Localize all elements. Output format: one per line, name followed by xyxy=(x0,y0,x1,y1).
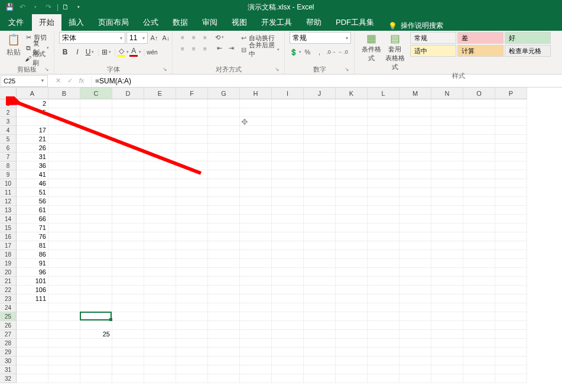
cell-A21[interactable]: 101 xyxy=(17,277,48,286)
cell-L7[interactable] xyxy=(368,153,399,161)
cell-F31[interactable] xyxy=(176,365,208,374)
cell-H31[interactable] xyxy=(240,365,272,374)
cell-A20[interactable]: 96 xyxy=(17,268,48,277)
cell-M15[interactable] xyxy=(399,223,431,232)
cell-B21[interactable] xyxy=(48,277,80,286)
style-check[interactable]: 检查单元格 xyxy=(505,45,551,57)
cell-B4[interactable] xyxy=(48,126,80,135)
undo-dd-icon[interactable]: ▾ xyxy=(30,1,41,13)
cell-E26[interactable] xyxy=(144,321,176,330)
cell-K22[interactable] xyxy=(336,286,368,294)
cell-B23[interactable] xyxy=(48,294,80,303)
cell-I27[interactable] xyxy=(272,330,304,339)
cell-A5[interactable]: 21 xyxy=(17,135,48,144)
row-headers[interactable]: 1234567891011121314151617181920212223242… xyxy=(0,99,17,383)
cell-N11[interactable] xyxy=(431,188,463,197)
cell-L14[interactable] xyxy=(368,215,399,223)
cell-G22[interactable] xyxy=(208,286,240,294)
cell-J22[interactable] xyxy=(304,286,336,294)
align-left-button[interactable]: ≡ xyxy=(177,43,188,54)
conditional-format-button[interactable]: ▦条件格式 xyxy=(359,32,383,63)
cell-C25[interactable]: 1288 xyxy=(80,312,112,321)
cell-E3[interactable] xyxy=(144,117,176,126)
row-header-28[interactable]: 28 xyxy=(0,339,17,348)
cell-M29[interactable] xyxy=(399,348,431,357)
cell-M28[interactable] xyxy=(399,339,431,348)
cell-I9[interactable] xyxy=(272,170,304,179)
fx-button[interactable]: fx xyxy=(76,77,87,85)
cell-B18[interactable] xyxy=(48,250,80,259)
cell-G26[interactable] xyxy=(208,321,240,330)
cell-J3[interactable] xyxy=(304,117,336,126)
cell-A17[interactable]: 81 xyxy=(17,241,48,250)
cell-G6[interactable] xyxy=(208,144,240,153)
cell-P19[interactable] xyxy=(495,259,527,268)
font-dlg-icon[interactable]: ↘ xyxy=(163,66,167,72)
cell-L24[interactable] xyxy=(368,303,399,312)
cell-O20[interactable] xyxy=(463,268,495,277)
increase-font-button[interactable]: A↑ xyxy=(149,33,160,43)
cell-D25[interactable] xyxy=(112,312,144,321)
cell-G20[interactable] xyxy=(208,268,240,277)
cell-D21[interactable] xyxy=(112,277,144,286)
cell-E27[interactable] xyxy=(144,330,176,339)
cell-I11[interactable] xyxy=(272,188,304,197)
cell-C5[interactable] xyxy=(80,135,112,144)
cell-E17[interactable] xyxy=(144,241,176,250)
cell-N2[interactable] xyxy=(431,108,463,117)
cell-H13[interactable] xyxy=(240,206,272,215)
cell-P27[interactable] xyxy=(495,330,527,339)
cell-D23[interactable] xyxy=(112,294,144,303)
cell-C19[interactable] xyxy=(80,259,112,268)
cell-C15[interactable] xyxy=(80,223,112,232)
cell-C3[interactable] xyxy=(80,117,112,126)
cell-D7[interactable] xyxy=(112,153,144,161)
cell-M8[interactable] xyxy=(399,161,431,170)
row-header-12[interactable]: 12 xyxy=(0,197,17,206)
cell-N12[interactable] xyxy=(431,197,463,206)
cell-I20[interactable] xyxy=(272,268,304,277)
cell-K6[interactable] xyxy=(336,144,368,153)
spreadsheet-grid[interactable]: ABCDEFGHIJKLMNOP 12345678910111213141516… xyxy=(0,88,562,391)
bold-button[interactable]: B xyxy=(59,46,71,58)
cell-K3[interactable] xyxy=(336,117,368,126)
format-painter-button[interactable]: 🖌格式刷 xyxy=(24,53,49,64)
cell-D10[interactable] xyxy=(112,179,144,188)
col-header-D[interactable]: D xyxy=(112,88,144,99)
cell-A31[interactable] xyxy=(17,365,48,374)
cell-E1[interactable] xyxy=(144,99,176,108)
paste-button[interactable]: 📋粘贴 xyxy=(5,32,22,57)
cell-F25[interactable] xyxy=(176,312,208,321)
cell-B8[interactable] xyxy=(48,161,80,170)
cell-M7[interactable] xyxy=(399,153,431,161)
cell-I30[interactable] xyxy=(272,357,304,365)
cell-G4[interactable] xyxy=(208,126,240,135)
cell-N20[interactable] xyxy=(431,268,463,277)
cell-N6[interactable] xyxy=(431,144,463,153)
cell-K26[interactable] xyxy=(336,321,368,330)
cell-M5[interactable] xyxy=(399,135,431,144)
align-top-button[interactable]: ≡ xyxy=(177,32,188,43)
column-headers[interactable]: ABCDEFGHIJKLMNOP xyxy=(17,88,527,99)
col-header-H[interactable]: H xyxy=(240,88,272,99)
cell-P10[interactable] xyxy=(495,179,527,188)
align-dlg-icon[interactable]: ↘ xyxy=(275,66,280,72)
cell-A11[interactable]: 51 xyxy=(17,188,48,197)
cell-M16[interactable] xyxy=(399,232,431,241)
col-header-C[interactable]: C xyxy=(80,88,112,99)
row-header-30[interactable]: 30 xyxy=(0,357,17,365)
cell-O14[interactable] xyxy=(463,215,495,223)
cell-A2[interactable]: 5 xyxy=(17,108,48,117)
cell-A29[interactable] xyxy=(17,348,48,357)
cell-N5[interactable] xyxy=(431,135,463,144)
cell-K4[interactable] xyxy=(336,126,368,135)
cell-L30[interactable] xyxy=(368,357,399,365)
cell-E6[interactable] xyxy=(144,144,176,153)
cell-M31[interactable] xyxy=(399,365,431,374)
cell-D4[interactable] xyxy=(112,126,144,135)
cell-H22[interactable] xyxy=(240,286,272,294)
style-neutral[interactable]: 适中 xyxy=(410,45,456,57)
cell-F17[interactable] xyxy=(176,241,208,250)
cell-C14[interactable] xyxy=(80,215,112,223)
cell-J17[interactable] xyxy=(304,241,336,250)
